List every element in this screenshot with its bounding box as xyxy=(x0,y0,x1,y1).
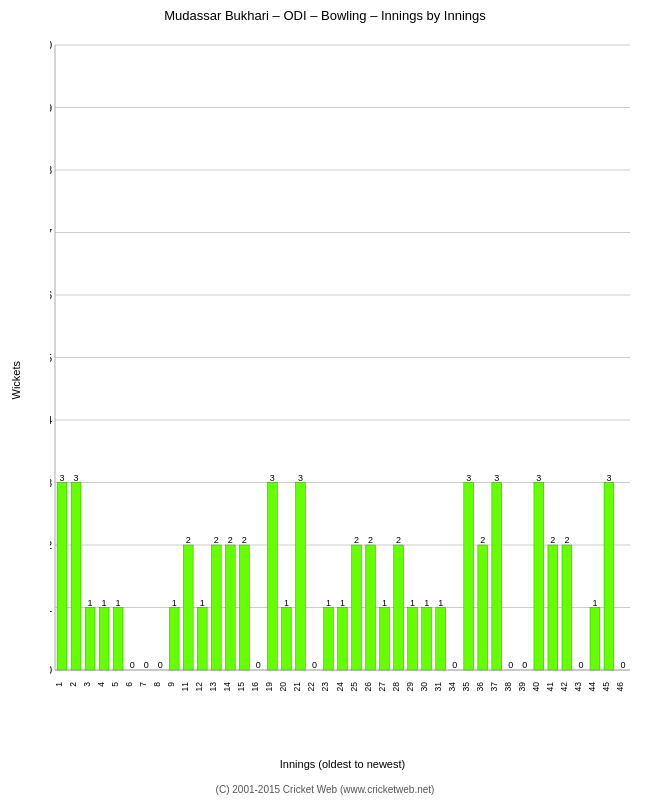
svg-rect-105 xyxy=(464,483,474,671)
svg-text:1: 1 xyxy=(54,682,64,687)
svg-text:13: 13 xyxy=(208,682,218,692)
svg-text:24: 24 xyxy=(335,682,345,692)
footer-text: (C) 2001-2015 Cricket Web (www.cricketwe… xyxy=(216,784,435,795)
svg-text:5: 5 xyxy=(110,682,120,687)
svg-text:42: 42 xyxy=(559,682,569,692)
svg-text:0: 0 xyxy=(578,660,583,670)
svg-rect-76 xyxy=(324,608,334,671)
svg-text:2: 2 xyxy=(228,535,233,545)
svg-text:9: 9 xyxy=(50,103,52,114)
svg-text:5: 5 xyxy=(50,353,52,364)
svg-text:0: 0 xyxy=(144,660,149,670)
svg-text:1: 1 xyxy=(50,603,52,614)
chart-title: Mudassar Bukhari – ODI – Bowling – Innin… xyxy=(0,0,650,27)
svg-text:8: 8 xyxy=(50,165,52,176)
svg-text:3: 3 xyxy=(74,473,79,483)
svg-text:2: 2 xyxy=(550,535,555,545)
svg-text:2: 2 xyxy=(354,535,359,545)
svg-text:0: 0 xyxy=(312,660,317,670)
svg-text:3: 3 xyxy=(536,473,541,483)
svg-text:1: 1 xyxy=(172,598,177,608)
svg-text:22: 22 xyxy=(306,682,316,692)
svg-rect-91 xyxy=(394,545,404,670)
svg-text:2: 2 xyxy=(564,535,569,545)
svg-rect-57 xyxy=(225,545,235,670)
svg-rect-82 xyxy=(352,545,362,670)
svg-text:2: 2 xyxy=(480,535,485,545)
svg-rect-36 xyxy=(113,608,123,671)
svg-text:0: 0 xyxy=(158,660,163,670)
svg-text:39: 39 xyxy=(517,682,527,692)
svg-text:19: 19 xyxy=(264,682,274,692)
svg-text:46: 46 xyxy=(615,682,625,692)
svg-text:2: 2 xyxy=(396,535,401,545)
svg-text:36: 36 xyxy=(475,682,485,692)
svg-rect-132 xyxy=(604,483,614,671)
svg-text:1: 1 xyxy=(116,598,121,608)
svg-rect-51 xyxy=(197,608,207,671)
svg-text:2: 2 xyxy=(214,535,219,545)
svg-rect-71 xyxy=(296,483,306,671)
svg-text:2: 2 xyxy=(68,682,78,687)
svg-rect-121 xyxy=(548,545,558,670)
svg-text:30: 30 xyxy=(419,682,429,692)
svg-text:15: 15 xyxy=(236,682,246,692)
svg-rect-45 xyxy=(169,608,179,671)
svg-rect-111 xyxy=(492,483,502,671)
svg-text:1: 1 xyxy=(326,598,331,608)
svg-text:6: 6 xyxy=(124,682,134,687)
svg-rect-118 xyxy=(534,483,544,671)
svg-rect-94 xyxy=(408,608,418,671)
svg-text:10: 10 xyxy=(50,40,52,51)
svg-text:0: 0 xyxy=(452,660,457,670)
svg-text:0: 0 xyxy=(620,660,625,670)
svg-rect-68 xyxy=(281,608,291,671)
svg-rect-48 xyxy=(183,545,193,670)
svg-rect-54 xyxy=(211,545,221,670)
svg-text:6: 6 xyxy=(50,290,52,301)
svg-text:40: 40 xyxy=(531,682,541,692)
svg-rect-65 xyxy=(267,483,277,671)
svg-text:2: 2 xyxy=(50,540,52,551)
chart-svg: 0123456789103132131415060708192111122132… xyxy=(50,35,635,725)
svg-rect-124 xyxy=(562,545,572,670)
svg-text:2: 2 xyxy=(368,535,373,545)
svg-text:11: 11 xyxy=(180,682,190,692)
svg-text:35: 35 xyxy=(461,682,471,692)
svg-rect-85 xyxy=(366,545,376,670)
svg-text:3: 3 xyxy=(466,473,471,483)
svg-text:7: 7 xyxy=(138,682,148,687)
svg-text:38: 38 xyxy=(503,682,513,692)
svg-text:1: 1 xyxy=(284,598,289,608)
svg-text:14: 14 xyxy=(222,682,232,692)
svg-text:1: 1 xyxy=(424,598,429,608)
svg-text:1: 1 xyxy=(102,598,107,608)
svg-text:23: 23 xyxy=(320,682,330,692)
svg-text:2: 2 xyxy=(242,535,247,545)
svg-text:28: 28 xyxy=(391,682,401,692)
svg-text:16: 16 xyxy=(250,682,260,692)
svg-text:1: 1 xyxy=(410,598,415,608)
svg-text:34: 34 xyxy=(447,682,457,692)
svg-text:43: 43 xyxy=(573,682,583,692)
svg-text:45: 45 xyxy=(601,682,611,692)
svg-text:3: 3 xyxy=(82,682,92,687)
svg-text:4: 4 xyxy=(50,415,52,426)
svg-text:0: 0 xyxy=(50,665,52,676)
x-axis-label: Innings (oldest to newest) xyxy=(280,758,405,770)
svg-text:2: 2 xyxy=(186,535,191,545)
svg-rect-79 xyxy=(338,608,348,671)
svg-text:1: 1 xyxy=(438,598,443,608)
svg-text:21: 21 xyxy=(292,682,302,692)
svg-text:20: 20 xyxy=(278,682,288,692)
svg-text:41: 41 xyxy=(545,682,555,692)
y-axis-label: Wickets xyxy=(10,361,22,400)
svg-text:3: 3 xyxy=(50,478,52,489)
svg-text:27: 27 xyxy=(377,682,387,692)
svg-text:0: 0 xyxy=(522,660,527,670)
svg-text:1: 1 xyxy=(592,598,597,608)
svg-text:3: 3 xyxy=(270,473,275,483)
svg-text:44: 44 xyxy=(587,682,597,692)
svg-text:26: 26 xyxy=(363,682,373,692)
svg-rect-27 xyxy=(71,483,81,671)
